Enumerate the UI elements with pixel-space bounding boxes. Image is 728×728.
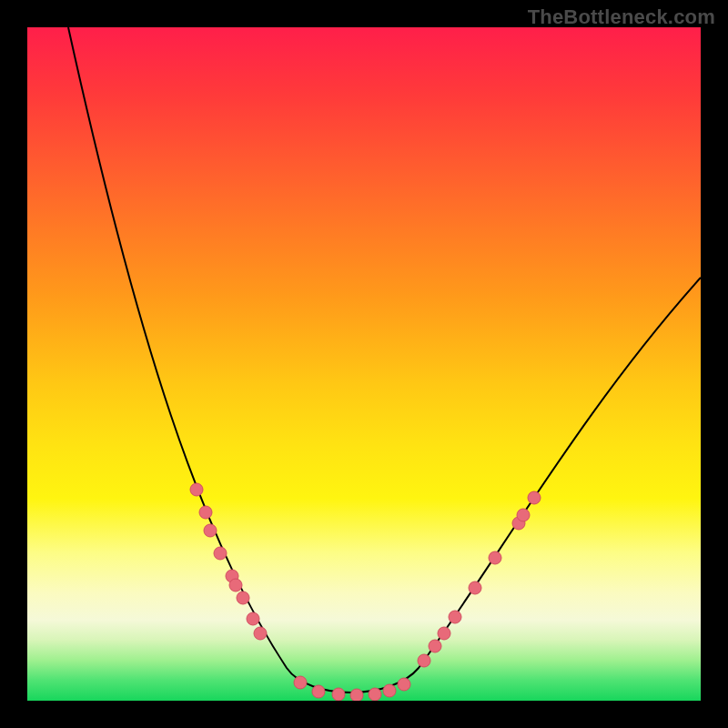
dot-right: [489, 551, 501, 564]
dot-bottom: [350, 689, 363, 701]
dot-left: [199, 506, 212, 519]
chart-frame: TheBottleneck.com: [0, 0, 728, 728]
dot-right: [438, 627, 450, 640]
dot-bottom: [369, 688, 381, 701]
dot-left: [214, 547, 227, 560]
dot-left: [254, 627, 267, 640]
dot-bottom: [398, 678, 410, 691]
dot-right: [418, 654, 430, 667]
dot-right: [528, 491, 541, 504]
dot-left: [229, 579, 242, 592]
bottleneck-curve-path: [68, 27, 701, 693]
dot-left: [190, 483, 203, 496]
dot-bottom: [332, 688, 345, 701]
dot-right: [517, 509, 530, 521]
dot-bottom: [294, 676, 307, 689]
dot-left: [247, 612, 259, 625]
curve-svg: [27, 27, 701, 701]
dot-left: [237, 592, 249, 604]
plot-area: [27, 27, 701, 701]
dot-right: [449, 611, 461, 623]
watermark-text: TheBottleneck.com: [528, 5, 715, 29]
dot-bottom: [312, 685, 325, 698]
dot-right: [469, 581, 481, 594]
dot-right: [429, 640, 441, 652]
dot-left: [204, 524, 217, 537]
dot-bottom: [383, 684, 396, 697]
